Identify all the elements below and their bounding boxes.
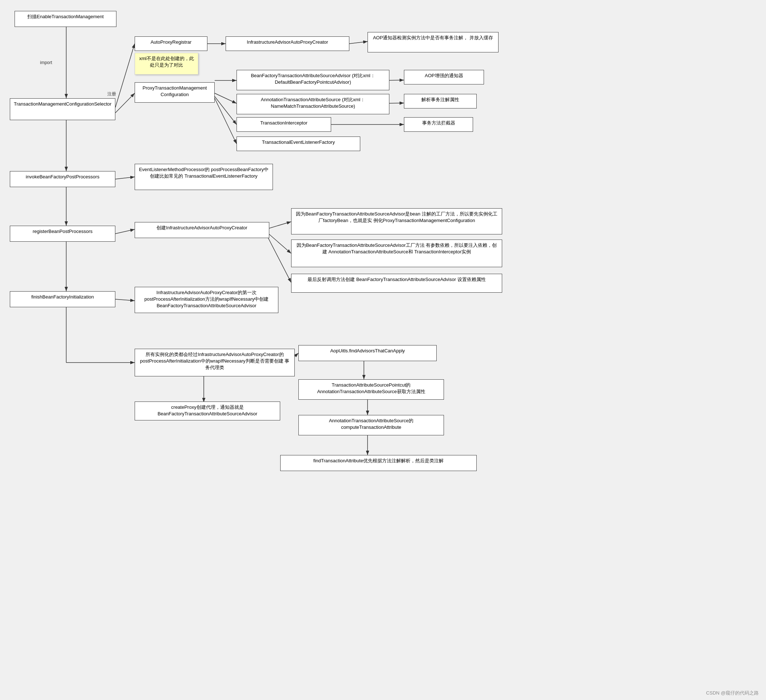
box-attas: AnnotationTransactionAttributeSource (对比… bbox=[237, 94, 389, 114]
svg-line-20 bbox=[266, 233, 291, 282]
box-scan-enable: 扫描EnableTransactionManagement bbox=[14, 11, 116, 27]
svg-line-12 bbox=[215, 98, 237, 144]
svg-line-5 bbox=[116, 44, 135, 108]
watermark: CSDN @窥仔的代码之路 bbox=[706, 690, 759, 696]
box-aop-notify-text: AOP通知器检测实例方法中是否有事务注解， 并放入缓存 bbox=[373, 35, 493, 40]
box-tmcs: TransactionManagementConfigurationSelect… bbox=[10, 98, 116, 120]
box-finish-bfi-text: finishBeanFactoryInitialization bbox=[31, 294, 94, 299]
box-reason1: 因为BeanFactoryTransactionAttributeSourceA… bbox=[291, 208, 502, 234]
box-scan-enable-text: 扫描EnableTransactionManagement bbox=[27, 14, 104, 19]
svg-line-17 bbox=[116, 229, 135, 234]
box-parse-annotation-text: 解析事务注解属性 bbox=[421, 97, 459, 102]
box-auto-proxy-registrar-text: AutoProxyRegistrar bbox=[150, 39, 192, 45]
svg-line-16 bbox=[116, 177, 135, 179]
box-ti-text: TransactionInterceptor bbox=[260, 120, 307, 125]
svg-line-18 bbox=[266, 222, 291, 229]
box-xml-note: xml不是在此处创建的，此 处只是为了对比 bbox=[135, 53, 198, 74]
box-register-bpp-text: registerBeanPostProcessors bbox=[33, 229, 93, 234]
svg-line-8 bbox=[349, 41, 367, 44]
diagram-container: import 注册 扫描EnableTransactionManagement … bbox=[0, 0, 766, 700]
box-compute-ta: AnnotationTransactionAttributeSource的 co… bbox=[298, 415, 444, 436]
box-invoke-bfpp-text: invokeBeanFactoryPostProcessors bbox=[26, 174, 99, 179]
box-telf-text: TransactionalEventListenerFactory bbox=[262, 139, 335, 145]
box-proxy-tm-config-text: ProxyTransactionManagement Configuration bbox=[142, 85, 207, 97]
box-bftasa-text: BeanFactoryTransactionAttributeSourceAdv… bbox=[251, 73, 375, 85]
box-find-ta-text: findTransactionAttribute优先根据方法注解解析，然后是类注… bbox=[313, 458, 443, 463]
box-all-instantiate: 所有实例化的类都会经过InfrastructureAdvisorAutoProx… bbox=[135, 349, 295, 376]
box-tx-interceptor-label: 事务方法拦截器 bbox=[404, 117, 473, 132]
box-create-proxy-text: createProxy创建代理，通知器就是 BeanFactoryTransac… bbox=[158, 404, 257, 417]
box-create-proxy: createProxy创建代理，通知器就是 BeanFactoryTransac… bbox=[135, 402, 280, 420]
box-ta-source-pointcut-text: TransactionAttributeSourcePointcut的 Anno… bbox=[317, 382, 425, 394]
box-ti: TransactionInterceptor bbox=[237, 117, 331, 132]
box-infra-apc-first: InfrastructureAdvisorAutoProxyCreator的第一… bbox=[135, 287, 279, 313]
box-invoke-bfpp: invokeBeanFactoryPostProcessors bbox=[10, 171, 116, 187]
register-label: 注册 bbox=[108, 91, 116, 97]
box-infra-advisor-apc-text: InfrastructureAdvisorAutoProxyCreator bbox=[247, 39, 328, 45]
box-aop-enhanced-notifier: AOP增强的通知器 bbox=[404, 70, 484, 84]
svg-line-11 bbox=[215, 97, 237, 125]
box-infra-advisor-apc: InfrastructureAdvisorAutoProxyCreator bbox=[226, 36, 349, 51]
box-xml-note-text: xml不是在此处创建的，此 处只是为了对比 bbox=[139, 56, 194, 68]
box-tx-interceptor-label-text: 事务方法拦截器 bbox=[422, 120, 455, 125]
svg-line-6 bbox=[116, 93, 135, 113]
svg-line-21 bbox=[116, 299, 135, 301]
box-all-instantiate-text: 所有实例化的类都会经过InfrastructureAdvisorAutoProx… bbox=[140, 352, 289, 370]
box-create-infra: 创建InfrastructureAdvisorAutoProxyCreator bbox=[135, 222, 269, 238]
box-event-lmp-text: EventListenerMethodProcessor的 postProces… bbox=[139, 167, 269, 179]
box-parse-annotation: 解析事务注解属性 bbox=[404, 94, 477, 108]
box-aoputils-text: AopUitls.findAdvisorsThatCanApply bbox=[330, 348, 405, 353]
box-event-lmp: EventListenerMethodProcessor的 postProces… bbox=[135, 164, 273, 190]
box-reason3: 最后反射调用方法创建 BeanFactoryTransactionAttribu… bbox=[291, 274, 502, 293]
box-reason3-text: 最后反射调用方法创建 BeanFactoryTransactionAttribu… bbox=[307, 277, 486, 282]
box-tmcs-text: TransactionManagementConfigurationSelect… bbox=[14, 101, 111, 107]
box-find-ta: findTransactionAttribute优先根据方法注解解析，然后是类注… bbox=[280, 455, 477, 471]
box-reason1-text: 因为BeanFactoryTransactionAttributeSourceA… bbox=[296, 211, 497, 223]
box-create-infra-text: 创建InfrastructureAdvisorAutoProxyCreator bbox=[157, 225, 247, 230]
box-infra-apc-first-text: InfrastructureAdvisorAutoProxyCreator的第一… bbox=[144, 290, 269, 308]
box-reason2: 因为BeanFactoryTransactionAttributeSourceA… bbox=[291, 239, 502, 267]
svg-line-10 bbox=[215, 93, 237, 103]
box-telf: TransactionalEventListenerFactory bbox=[237, 136, 360, 151]
box-attas-text: AnnotationTransactionAttributeSource (对比… bbox=[261, 97, 365, 109]
svg-line-19 bbox=[266, 231, 291, 253]
box-compute-ta-text: AnnotationTransactionAttributeSource的 co… bbox=[329, 418, 413, 430]
box-aop-enhanced-notifier-text: AOP增强的通知器 bbox=[425, 73, 463, 78]
box-register-bpp: registerBeanPostProcessors bbox=[10, 226, 116, 242]
box-aop-notify: AOP通知器检测实例方法中是否有事务注解， 并放入缓存 bbox=[367, 32, 499, 52]
box-bftasa: BeanFactoryTransactionAttributeSourceAdv… bbox=[237, 70, 389, 90]
box-reason2-text: 因为BeanFactoryTransactionAttributeSourceA… bbox=[297, 242, 497, 255]
box-proxy-tm-config: ProxyTransactionManagement Configuration bbox=[135, 82, 215, 103]
box-finish-bfi: finishBeanFactoryInitialization bbox=[10, 291, 116, 307]
box-ta-source-pointcut: TransactionAttributeSourcePointcut的 Anno… bbox=[298, 379, 444, 400]
box-aoputils: AopUitls.findAdvisorsThatCanApply bbox=[298, 345, 437, 361]
box-auto-proxy-registrar: AutoProxyRegistrar bbox=[135, 36, 207, 51]
import-label: import bbox=[40, 60, 52, 65]
